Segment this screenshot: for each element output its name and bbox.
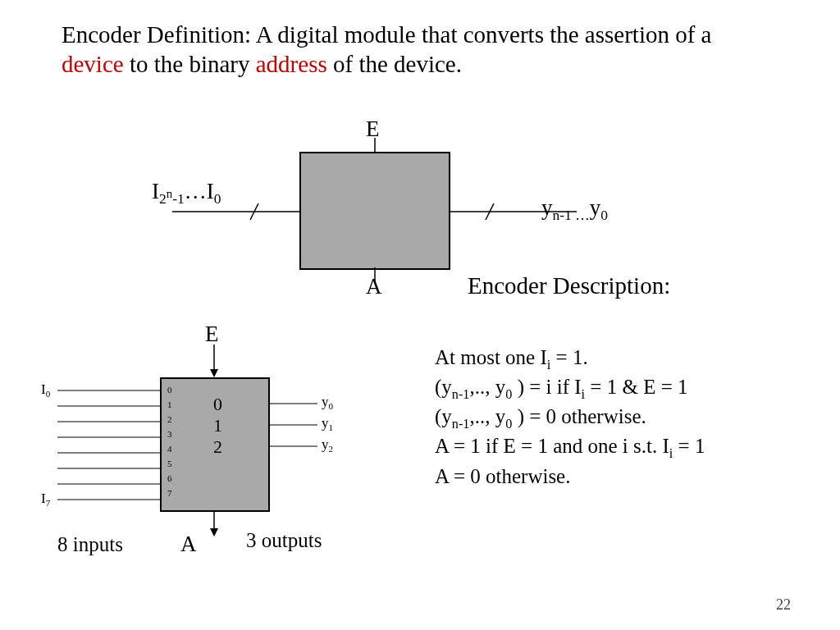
label-E-2: E <box>205 322 219 347</box>
def-part3: to the binary <box>124 51 256 77</box>
def-device: device <box>62 51 124 77</box>
label-I0: I0 <box>41 381 50 399</box>
desc-line-4: A = 1 if E = 1 and one i s.t. Ii = 1 <box>435 433 812 463</box>
wires-3-outputs <box>268 399 317 456</box>
definition-text: Encoder Definition: A digital module tha… <box>62 20 775 80</box>
label-output-bus: yn-1 …y0 <box>541 195 608 224</box>
description-body: At most one Ii = 1. (yn-1,.., y0 ) = i i… <box>435 345 812 490</box>
svg-marker-9 <box>210 528 218 536</box>
line-E-to-box-1 <box>371 138 379 153</box>
internal-nums-left: 0 1 2 3 4 5 6 7 <box>167 382 172 500</box>
label-I7: I7 <box>41 491 50 508</box>
def-part5: of the device. <box>327 51 462 77</box>
label-y1: y1 <box>322 415 333 432</box>
label-input-bus: I2n-1…I0 <box>152 179 221 208</box>
arrow-box-to-A-2 <box>208 510 220 536</box>
internal-nums-right: 0 1 2 <box>213 394 222 458</box>
slide-number: 22 <box>776 596 791 614</box>
label-A-2: A <box>180 532 197 557</box>
def-part1: Encoder Definition: A digital module tha… <box>62 21 711 48</box>
description-title: Encoder Description: <box>468 272 670 299</box>
label-y0: y0 <box>322 394 333 411</box>
desc-line-2: (yn-1,.., y0 ) = i if Ii = 1 & E = 1 <box>435 374 812 404</box>
label-3-outputs: 3 outputs <box>246 529 322 552</box>
def-address: address <box>256 51 327 77</box>
desc-line-5: A = 0 otherwise. <box>435 463 812 491</box>
label-A-1: A <box>366 274 382 299</box>
arrow-E-to-box-2 <box>208 345 220 377</box>
label-y2: y2 <box>322 436 333 454</box>
desc-line-3: (yn-1,.., y0 ) = 0 otherwise. <box>435 404 812 433</box>
svg-marker-7 <box>210 369 218 377</box>
encoder-box-generic <box>299 152 450 270</box>
label-8-inputs: 8 inputs <box>57 533 123 556</box>
desc-line-1: At most one Ii = 1. <box>435 345 812 374</box>
wires-8-inputs <box>57 386 161 504</box>
